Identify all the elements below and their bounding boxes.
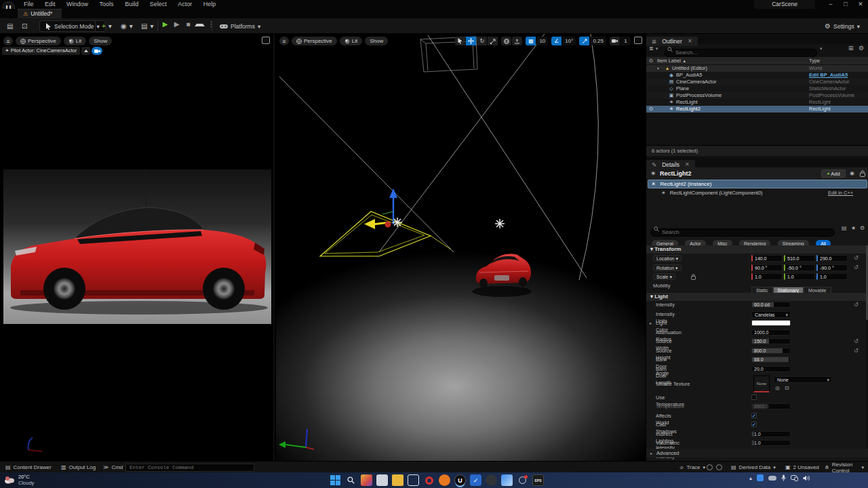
- platforms-dropdown[interactable]: Platforms ▾: [216, 20, 264, 32]
- rotation-snap-toggle[interactable]: ∠: [551, 37, 561, 45]
- camera-viewport[interactable]: ≡ Perspective Lit Show +Pilot Actor: Cin…: [0, 34, 275, 461]
- volumetric-scattering-input[interactable]: 1.0: [751, 440, 791, 446]
- rotate-tool-button[interactable]: ↻: [477, 37, 487, 45]
- checkmark-app-icon[interactable]: ✓: [470, 474, 481, 486]
- outliner-row-postprocess[interactable]: ▣ PostProcessVolume PostProcessVolume: [646, 92, 868, 99]
- use-temperature-checkbox[interactable]: [751, 394, 757, 400]
- eject-button[interactable]: [195, 20, 205, 28]
- edit-in-cpp-link[interactable]: Edit in C++: [828, 189, 853, 197]
- console-command-input[interactable]: [125, 464, 254, 472]
- outliner-row-plane[interactable]: ◇ Plane StaticMeshActor: [646, 85, 868, 92]
- notification-app-icon[interactable]: [517, 474, 528, 486]
- feedback-icon[interactable]: [716, 464, 722, 470]
- move-tool-button[interactable]: [466, 37, 476, 45]
- indirect-lighting-input[interactable]: 1.0: [751, 431, 791, 437]
- expand-caret-icon[interactable]: ▸: [650, 321, 652, 325]
- source-width-input[interactable]: 150.0: [751, 338, 791, 344]
- show-dropdown[interactable]: Show: [89, 37, 112, 45]
- outliner-row-rectlight[interactable]: ☀ RectLight RectLight: [646, 99, 868, 106]
- play-button[interactable]: ▶: [160, 20, 170, 28]
- stop-button[interactable]: ■: [183, 20, 193, 28]
- camera-speed-button[interactable]: [610, 37, 620, 45]
- use-selected-asset-icon[interactable]: ◎: [775, 385, 780, 391]
- weather-widget[interactable]: 20°CCloudy: [4, 474, 34, 486]
- scale-snap-toggle[interactable]: [579, 37, 589, 45]
- settings-dropdown[interactable]: ⚙ Settings ▾: [821, 20, 864, 32]
- outliner-row-rectlight2-selected[interactable]: ⊙ ☀ RectLight2 RectLight: [646, 106, 868, 113]
- unreal-engine-taskbar-icon[interactable]: U: [454, 474, 466, 486]
- browse-to-asset-icon[interactable]: ⊡: [785, 385, 789, 391]
- blender-app-icon[interactable]: [439, 474, 450, 486]
- photos2-app-icon[interactable]: [501, 474, 513, 486]
- light-color-swatch[interactable]: [751, 320, 791, 326]
- item-label-column[interactable]: Item Label ▲: [657, 57, 686, 65]
- transform-section-header[interactable]: ▾ Transform: [646, 245, 868, 253]
- add-component-button[interactable]: + Add: [821, 169, 846, 178]
- edit-blueprint-link[interactable]: Edit BP_AudiA5: [809, 72, 848, 79]
- display-filter-icon[interactable]: ▤: [842, 225, 847, 231]
- reset-location-icon[interactable]: ↺: [854, 255, 859, 261]
- maximize-button[interactable]: □: [838, 0, 853, 9]
- lit-dropdown[interactable]: Lit: [340, 37, 362, 45]
- epic-games-icon[interactable]: EPS: [532, 474, 544, 486]
- location-dropdown[interactable]: Location ▾: [653, 255, 682, 262]
- file-explorer-icon[interactable]: [392, 474, 403, 486]
- intensity-input[interactable]: 60.0 cd: [751, 302, 791, 308]
- save-button[interactable]: ▤: [3, 20, 17, 32]
- rotation-dropdown[interactable]: Rotation ▾: [653, 264, 682, 271]
- viewport-maximize-icon[interactable]: [262, 37, 270, 44]
- taskbar-search-icon[interactable]: [345, 474, 357, 486]
- reset-source-width-icon[interactable]: ↺: [854, 338, 859, 344]
- start-button[interactable]: [330, 474, 341, 486]
- camera-speed-value[interactable]: 1: [620, 37, 631, 45]
- tray-expand-chevron[interactable]: ▴: [749, 475, 752, 481]
- outliner-settings-icon[interactable]: ⚙: [859, 45, 864, 52]
- derived-data-dropdown[interactable]: ▤Derived Data▾: [727, 462, 780, 473]
- affects-world-checkbox[interactable]: ✓: [751, 413, 757, 418]
- outliner-row-bp-audia5[interactable]: ◉ BP_AudiA5 Edit BP_AudiA5: [646, 72, 868, 79]
- level-tab[interactable]: ⚠Untitled*: [18, 9, 62, 18]
- perspective-dropdown[interactable]: Perspective: [292, 37, 337, 45]
- content-browser-button[interactable]: ⊡: [18, 20, 31, 32]
- menu-edit[interactable]: Edit: [40, 0, 60, 9]
- menu-build[interactable]: Build: [120, 0, 143, 9]
- instance-row[interactable]: ☀ RectLight2 (Instance): [648, 180, 867, 188]
- editor-viewport[interactable]: ≡ Perspective Lit Show ↻ ▦ 10 ∠ 10° 0.25…: [276, 34, 646, 461]
- cinematics-button[interactable]: ▤▾: [137, 20, 157, 32]
- rotation-x-input[interactable]: 90.0 °: [751, 264, 783, 271]
- teams-tray-icon[interactable]: [757, 474, 764, 481]
- lit-dropdown[interactable]: Lit: [64, 37, 86, 45]
- photos-app-icon[interactable]: [361, 474, 372, 486]
- opera-browser-icon[interactable]: [423, 474, 435, 486]
- menu-help[interactable]: Help: [199, 0, 221, 9]
- scale-y-input[interactable]: 1.0: [784, 273, 815, 280]
- scale-snap-value[interactable]: 0.25: [590, 37, 606, 45]
- lock-icon[interactable]: [860, 170, 865, 177]
- unsaved-button[interactable]: ▣2 Unsaved: [781, 462, 823, 473]
- reset-source-height-icon[interactable]: ↺: [854, 348, 859, 354]
- scale-tool-button[interactable]: [488, 37, 498, 45]
- rotation-snap-value[interactable]: 10°: [562, 37, 576, 45]
- menu-window[interactable]: Window: [62, 0, 93, 9]
- menu-tools[interactable]: Tools: [95, 0, 119, 9]
- details-search-input[interactable]: [650, 228, 835, 237]
- perspective-dropdown[interactable]: Perspective: [16, 37, 61, 45]
- volume-tray-icon[interactable]: [803, 475, 810, 481]
- location-y-input[interactable]: 510.0: [784, 255, 815, 262]
- location-z-input[interactable]: 290.0: [816, 255, 848, 262]
- close-button[interactable]: ✕: [853, 0, 868, 9]
- intensity-units-dropdown[interactable]: Candelas▾: [751, 311, 791, 318]
- light-section-header[interactable]: ▾ Light: [646, 293, 868, 301]
- create-folder-icon[interactable]: ⊞: [848, 45, 854, 52]
- output-log-button[interactable]: ▥Output Log: [57, 462, 100, 473]
- minimize-button[interactable]: –: [823, 0, 838, 9]
- reset-intensity-icon[interactable]: ↺: [854, 302, 859, 308]
- scale-lock-icon[interactable]: [691, 274, 696, 280]
- barn-door-length-input[interactable]: 20.0: [751, 366, 791, 372]
- revision-control-dropdown[interactable]: ⋔Revision Control▾: [821, 462, 868, 473]
- attenuation-radius-input[interactable]: 1000.0: [751, 329, 791, 336]
- texture-thumbnail[interactable]: None: [753, 375, 770, 392]
- advanced-section[interactable]: ▸ Advanced: [646, 449, 868, 458]
- reset-rotation-icon[interactable]: ↺: [854, 264, 859, 270]
- expand-caret-icon[interactable]: ▾: [657, 65, 659, 72]
